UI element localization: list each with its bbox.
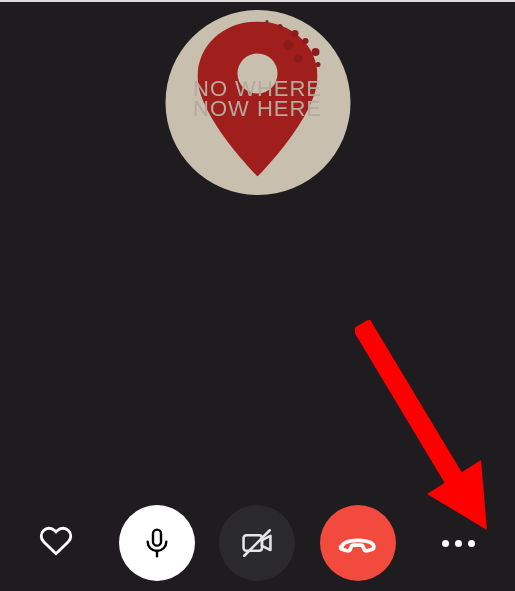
react-button[interactable] [39, 524, 73, 562]
dot-icon [455, 540, 462, 547]
heart-icon [39, 524, 73, 558]
spray-dot [277, 24, 282, 29]
spray-dot [293, 54, 302, 63]
more-options-button[interactable] [442, 540, 475, 547]
spray-dot [265, 20, 268, 23]
spray-dot [315, 62, 320, 67]
end-call-button[interactable] [320, 505, 396, 581]
call-controls [0, 495, 515, 591]
avatar-text: NO WHERE NOW HERE [193, 79, 322, 119]
top-border [0, 0, 515, 2]
dot-icon [442, 540, 449, 547]
spray-dot [283, 40, 293, 50]
call-screen: NO WHERE NOW HERE [0, 0, 515, 591]
avatar: NO WHERE NOW HERE [165, 10, 350, 195]
microphone-button[interactable] [119, 505, 195, 581]
video-off-button[interactable] [219, 505, 295, 581]
spray-dot [302, 38, 308, 44]
spray-dot [291, 30, 298, 37]
spray-dot [311, 48, 319, 56]
dot-icon [468, 540, 475, 547]
microphone-icon [141, 527, 173, 559]
video-off-icon [240, 526, 274, 560]
avatar-text-line2: NOW HERE [193, 96, 322, 121]
hangup-icon [338, 523, 378, 563]
svg-rect-2 [153, 530, 161, 546]
